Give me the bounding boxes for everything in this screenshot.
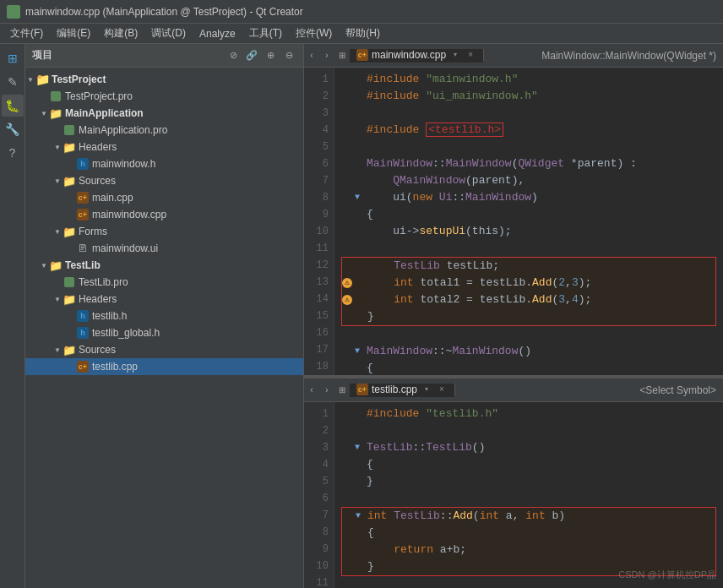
- project-panel-title: 项目: [32, 48, 226, 63]
- code-line-10: }: [341, 558, 716, 576]
- sidebar-btn-debug[interactable]: 🐛: [2, 95, 24, 117]
- symbol-selector-top[interactable]: MainWindow::MainWindow(QWidget *): [535, 44, 723, 67]
- forward-btn[interactable]: ›: [319, 44, 334, 67]
- tree-label-mainwindow-ui: mainwindow.ui: [92, 242, 158, 254]
- sidebar-btn-welcome[interactable]: ⊞: [2, 47, 24, 69]
- link-icon[interactable]: 🔗: [244, 48, 259, 63]
- tree-label-sources: Sources: [79, 175, 116, 187]
- tab-close-mainwindow[interactable]: ×: [465, 49, 476, 61]
- tree-icon-forms: 📁: [63, 225, 76, 238]
- tree-item-testproject-pro[interactable]: TestProject.pro: [25, 88, 303, 105]
- titlebar-title: mainwindow.cpp (MainApplication @ TestPr…: [25, 6, 303, 18]
- sidebar-btn-edit[interactable]: ✎: [2, 71, 24, 93]
- tree-icon-testproject: 📁: [35, 73, 49, 86]
- code-line-6: [341, 490, 716, 507]
- editor-area: ‹ › ⊞ c+ mainwindow.cpp ▾ × MainWindow::…: [304, 44, 723, 588]
- tree-arrow-headers2[interactable]: [52, 294, 63, 304]
- tree-icon-mainapplication: 📁: [49, 106, 63, 120]
- tree-icon-sources: 📁: [63, 174, 76, 188]
- tree-item-main-cpp[interactable]: c+main.cpp: [25, 189, 303, 206]
- minus-icon[interactable]: ⊖: [281, 48, 296, 63]
- symbol-selector-bottom[interactable]: <Select Symbol>: [633, 378, 723, 401]
- tab-dropdown[interactable]: ▾: [449, 49, 461, 61]
- tree-label-testproject-pro: TestProject.pro: [65, 90, 133, 102]
- tree-item-testlib-h[interactable]: htestlib.h: [25, 308, 303, 324]
- tree-item-mainwindow-cpp[interactable]: c+mainwindow.cpp: [25, 206, 303, 223]
- code-line-2: [341, 422, 716, 439]
- tree-icon-main-cpp: c+: [76, 191, 90, 204]
- filter-icon[interactable]: ⊘: [226, 48, 241, 63]
- tree-label-mainwindow-h: mainwindow.h: [92, 158, 155, 170]
- sidebar-btn-project[interactable]: 🔧: [2, 118, 24, 140]
- tree-arrow-headers[interactable]: [52, 142, 63, 152]
- code-line-1: #include "testlib.h": [341, 406, 716, 422]
- tab-dropdown-bottom[interactable]: ▾: [421, 384, 432, 395]
- menu-build[interactable]: 构建(B): [97, 24, 144, 42]
- tree-item-headers2[interactable]: 📁Headers: [25, 291, 303, 308]
- tree-arrow-sources2[interactable]: [52, 345, 63, 355]
- bottom-editor-tabs: c+ testlib.cpp ▾ ×: [350, 384, 633, 397]
- tree-arrow-sources[interactable]: [52, 176, 63, 186]
- code-line-16: [341, 326, 716, 343]
- code-line-8: {: [341, 525, 716, 542]
- tree-icon-testproject-pro: [49, 90, 63, 103]
- tree-item-testlib-global-h[interactable]: htestlib_global.h: [25, 324, 303, 341]
- back-btn-bottom[interactable]: ‹: [304, 378, 319, 401]
- code-line-7: QMainWindow(parent),: [341, 172, 716, 189]
- tab-mainwindow-cpp[interactable]: c+ mainwindow.cpp ▾ ×: [350, 49, 484, 63]
- menu-debug[interactable]: 调试(D): [144, 24, 193, 42]
- tree-label-headers: Headers: [79, 141, 117, 153]
- tree-item-testproject[interactable]: 📁TestProject: [25, 71, 303, 88]
- tree-icon-testlib-global-h: h: [76, 326, 90, 340]
- top-editor-tabs-container: ‹ › ⊞ c+ mainwindow.cpp ▾ × MainWindow::…: [304, 44, 723, 68]
- tree-label-mainapplication-pro: MainApplication.pro: [79, 124, 167, 136]
- code-line-8: ▼ ui(new Ui::MainWindow): [341, 189, 716, 206]
- tree-icon-headers: 📁: [63, 140, 76, 154]
- code-line-15: }: [341, 308, 716, 326]
- tree-arrow-mainapplication[interactable]: [39, 108, 49, 118]
- code-line-1: #include "mainwindow.h": [341, 71, 716, 88]
- tree-item-mainapplication[interactable]: 📁MainApplication: [25, 105, 303, 122]
- code-line-3: [341, 105, 716, 122]
- add-icon[interactable]: ⊕: [263, 48, 278, 63]
- tab-close-testlib[interactable]: ×: [436, 384, 448, 395]
- code-content: #include "testlib.h"▼TestLib::TestLib(){…: [334, 402, 723, 588]
- bottom-code-content: 1234567891011#include "testlib.h"▼TestLi…: [304, 402, 723, 588]
- code-line-5: [341, 139, 716, 155]
- tree-item-testlib-pro[interactable]: TestLib.pro: [25, 274, 303, 291]
- project-panel: 项目 ⊘ 🔗 ⊕ ⊖ 📁TestProjectTestProject.pro📁M…: [25, 44, 304, 588]
- menu-file[interactable]: 文件(F): [3, 24, 50, 42]
- project-toolbar-icons: ⊘ 🔗 ⊕ ⊖: [226, 48, 296, 63]
- tab-testlib-cpp[interactable]: c+ testlib.cpp ▾ ×: [350, 384, 455, 397]
- tree-arrow-testlib[interactable]: [39, 260, 49, 270]
- tree-item-sources2[interactable]: 📁Sources: [25, 341, 303, 358]
- menu-tools[interactable]: 工具(T): [242, 24, 289, 42]
- tree-item-mainwindow-h[interactable]: hmainwindow.h: [25, 155, 303, 172]
- tree-item-forms[interactable]: 📁Forms: [25, 223, 303, 240]
- tree-label-testlib-pro: TestLib.pro: [79, 276, 128, 288]
- tree-arrow-forms[interactable]: [52, 226, 63, 237]
- tree-item-sources[interactable]: 📁Sources: [25, 172, 303, 189]
- menu-help[interactable]: 帮助(H): [339, 24, 387, 42]
- sidebar-btn-help[interactable]: ?: [2, 142, 24, 164]
- tree-item-mainapplication-pro[interactable]: MainApplication.pro: [25, 122, 303, 139]
- tree-label-headers2: Headers: [79, 293, 117, 305]
- split-icon-bottom: ⊞: [334, 378, 350, 401]
- menu-analyze[interactable]: Analyze: [193, 26, 242, 41]
- tree-arrow-testproject[interactable]: [25, 74, 35, 84]
- tree-item-headers[interactable]: 📁Headers: [25, 139, 303, 155]
- forward-btn-bottom[interactable]: ›: [319, 378, 334, 401]
- back-btn[interactable]: ‹: [304, 44, 319, 67]
- code-line-18: {: [341, 360, 716, 375]
- tree-item-testlib[interactable]: 📁TestLib: [25, 257, 303, 274]
- project-toolbar: 项目 ⊘ 🔗 ⊕ ⊖: [25, 44, 303, 68]
- tree-item-testlib-cpp[interactable]: c+testlib.cpp: [25, 358, 303, 375]
- cpp-tab-icon: c+: [356, 49, 368, 61]
- tab-label-mainwindow: mainwindow.cpp: [372, 49, 446, 61]
- tree-label-testlib-h: testlib.h: [92, 310, 127, 322]
- tree-item-mainwindow-ui[interactable]: 🖹mainwindow.ui: [25, 240, 303, 257]
- menu-edit[interactable]: 编辑(E): [50, 24, 97, 42]
- menu-controls[interactable]: 控件(W): [289, 24, 339, 42]
- sidebar: ⊞ ✎ 🐛 🔧 ?: [0, 44, 25, 588]
- code-line-5: }: [341, 473, 716, 490]
